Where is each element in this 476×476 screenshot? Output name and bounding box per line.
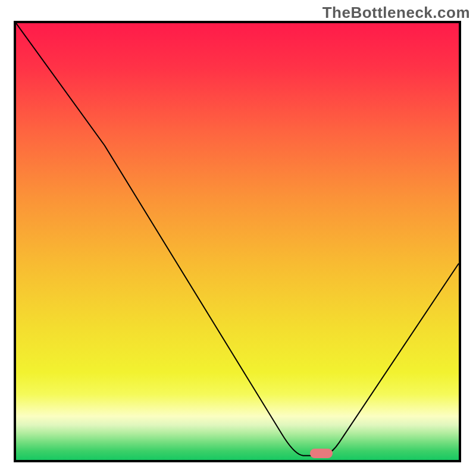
optimal-marker [310, 449, 333, 458]
bottleneck-curve [16, 23, 459, 460]
plot-area [14, 21, 461, 462]
watermark-text: TheBottleneck.com [322, 4, 470, 22]
chart-stage: TheBottleneck.com [0, 0, 476, 476]
curve-path [16, 23, 459, 456]
